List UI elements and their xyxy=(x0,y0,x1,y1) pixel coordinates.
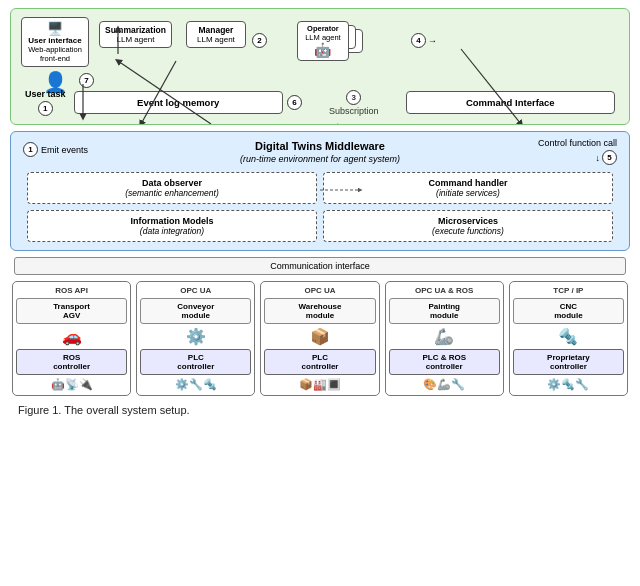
mgr-agent-subtitle: LLM agent xyxy=(192,35,240,44)
num4-area: 4 → xyxy=(411,33,437,48)
tcp-ip-label: TCP / IP xyxy=(553,286,583,295)
ros-api-label: ROS API xyxy=(55,286,88,295)
info-models-title: Information Models xyxy=(36,216,308,226)
main-container: 🖥️ User interface Web-application front-… xyxy=(0,0,640,422)
command-interface-box: Command Interface xyxy=(406,91,615,114)
warehouse-module-box: Warehousemodule xyxy=(264,298,375,324)
subscription-label: Subscription xyxy=(329,106,379,116)
info-models-box: Information Models (data integration) xyxy=(27,210,317,242)
plc-controller-box2: PLCcontroller xyxy=(264,349,375,375)
controllers-row: ROS API TransportAGV 🚗 ROScontroller 🤖📡🔌… xyxy=(10,281,630,396)
transport-icon: 🚗 xyxy=(62,327,82,346)
controller-opc-ros: OPC UA & ROS Paintingmodule 🦾 PLC & ROSc… xyxy=(385,281,504,396)
conveyor-module-box: Conveyormodule xyxy=(140,298,251,324)
ros-controller-box: ROScontroller xyxy=(16,349,127,375)
summarization-agent-box: Summarization LLM agent xyxy=(99,21,172,48)
comm-interface-bar: Communication interface xyxy=(14,257,626,275)
blue-title: Digital Twins Middleware xyxy=(19,140,621,152)
command-interface-label: Command Interface xyxy=(466,97,555,108)
num6-area: 6 xyxy=(287,95,302,110)
emit-events-area: 1 Emit events xyxy=(23,142,88,157)
num1-blue-badge: 1 xyxy=(23,142,38,157)
painting-icon: 🦾 xyxy=(434,327,454,346)
num2-area: 2 xyxy=(252,33,267,48)
user-task-label: User task xyxy=(25,89,66,99)
command-handler-box: Command handler (initiate services) xyxy=(323,172,613,204)
operator-box-front: Operator LLM agent 🤖 xyxy=(297,21,349,61)
blue-grid: Data observer (semantic enhancement) Com… xyxy=(19,172,621,242)
sum-agent-title: Summarization xyxy=(105,25,166,35)
green-bottom-row: User task 1 Event log memory 6 3 Subscri… xyxy=(19,89,621,116)
command-handler-italic: (initiate services) xyxy=(332,188,604,198)
transport-agv-box: TransportAGV xyxy=(16,298,127,324)
tcp-icons: ⚙️🔩🔧 xyxy=(547,378,589,391)
control-func-area: Control function call ↓ 5 xyxy=(538,138,617,165)
num1-badge: 1 xyxy=(38,101,53,116)
cnc-module-box: CNCmodule xyxy=(513,298,624,324)
plc-controller-box1: PLCcontroller xyxy=(140,349,251,375)
controller-opc-conveyor: OPC UA Conveyormodule ⚙️ PLCcontroller ⚙… xyxy=(136,281,255,396)
num3-badge: 3 xyxy=(346,90,361,105)
opc-ua-label1: OPC UA xyxy=(180,286,211,295)
user-task-area: User task 1 xyxy=(25,89,66,116)
subscription-area: 3 Subscription xyxy=(306,90,402,116)
conveyor-icon: ⚙️ xyxy=(186,327,206,346)
controller-opc-warehouse: OPC UA Warehousemodule 📦 PLCcontroller 📦… xyxy=(260,281,379,396)
painting-module-box: Paintingmodule xyxy=(389,298,500,324)
data-observer-italic: (semantic enhancement) xyxy=(36,188,308,198)
mgr-agent-title: Manager xyxy=(192,25,240,35)
sum-agent-subtitle: LLM agent xyxy=(105,35,166,44)
cnc-icon: 🔩 xyxy=(558,327,578,346)
opc-icons1: ⚙️🔧🔩 xyxy=(175,378,217,391)
web-app-label: Web-application xyxy=(28,45,82,54)
blue-section: 1 Emit events Control function call ↓ 5 … xyxy=(10,131,630,251)
warehouse-icon: 📦 xyxy=(310,327,330,346)
front-end-label: front-end xyxy=(40,54,70,63)
info-models-italic: (data integration) xyxy=(36,226,308,236)
proprietary-controller-box: Proprietarycontroller xyxy=(513,349,624,375)
comm-interface-label: Communication interface xyxy=(270,261,370,271)
num7-badge: 7 xyxy=(79,73,94,88)
num5-badge: 5 xyxy=(602,150,617,165)
data-observer-box: Data observer (semantic enhancement) xyxy=(27,172,317,204)
ros-icons: 🤖📡🔌 xyxy=(51,378,93,391)
opc-icons2: 📦🏭🔳 xyxy=(299,378,341,391)
agents-area: Summarization LLM agent Manager LLM agen… xyxy=(99,21,621,79)
opc-ros-icons: 🎨🦾🔧 xyxy=(423,378,465,391)
blue-subtitle: (run-time environment for agent system) xyxy=(19,154,621,164)
event-log-box: Event log memory xyxy=(74,91,283,114)
opc-ua-label2: OPC UA xyxy=(304,286,335,295)
microservices-title: Microservices xyxy=(332,216,604,226)
controller-ros-api: ROS API TransportAGV 🚗 ROScontroller 🤖📡🔌 xyxy=(12,281,131,396)
control-func-label: Control function call xyxy=(538,138,617,148)
microservices-box: Microservices (execute functions) xyxy=(323,210,613,242)
manager-agent-box: Manager LLM agent xyxy=(186,21,246,48)
event-log-label: Event log memory xyxy=(137,97,219,108)
microservices-italic: (execute functions) xyxy=(332,226,604,236)
ui-label: User interface xyxy=(28,36,81,45)
operator-cluster: Operator LLM Oper. LLM Operator LLM agen… xyxy=(297,21,397,79)
opc-ros-label: OPC UA & ROS xyxy=(415,286,473,295)
data-observer-title: Data observer xyxy=(36,178,308,188)
figure-caption: Figure 1. The overall system setup. xyxy=(10,402,630,418)
user-interface-box: 🖥️ User interface Web-application front-… xyxy=(21,17,89,67)
green-section: 🖥️ User interface Web-application front-… xyxy=(10,8,630,125)
plc-ros-controller-box: PLC & ROScontroller xyxy=(389,349,500,375)
controller-tcp-ip: TCP / IP CNCmodule 🔩 Proprietarycontroll… xyxy=(509,281,628,396)
command-handler-title: Command handler xyxy=(332,178,604,188)
emit-events-label: Emit events xyxy=(41,145,88,155)
